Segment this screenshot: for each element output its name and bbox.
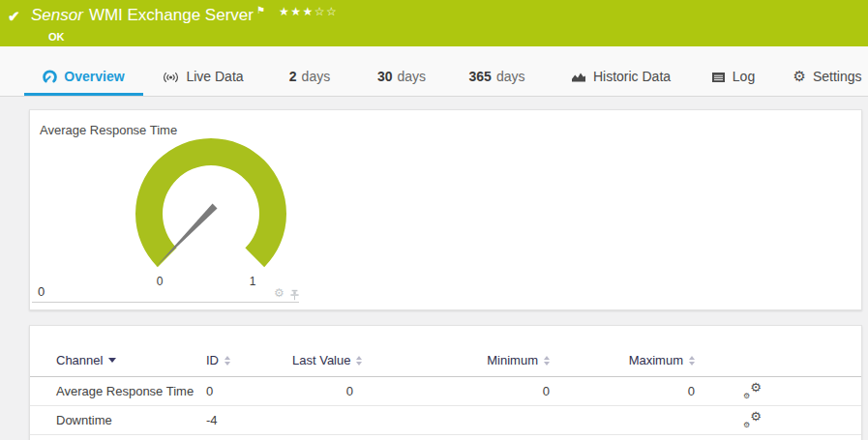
sort-icon xyxy=(689,356,695,366)
tab-log[interactable]: Log xyxy=(704,46,762,96)
tab-30-days[interactable]: 30 days xyxy=(371,46,433,96)
gauge-scale-max-label: 1 xyxy=(245,275,260,288)
gadget-pin-icon[interactable] xyxy=(289,287,300,305)
gadget-settings-gear-icon[interactable]: ⚙ xyxy=(274,287,284,299)
tab-settings[interactable]: ⚙ Settings xyxy=(793,46,861,96)
area-chart-icon xyxy=(571,71,586,83)
log-list-icon xyxy=(711,72,726,83)
content-area: Average Response Time 0 1 0 ⚙ xyxy=(0,97,868,440)
last-value-cell: 0 xyxy=(292,384,389,398)
maximum-cell: 0 xyxy=(550,384,695,398)
response-time-gauge xyxy=(129,137,293,292)
channel-settings-icon[interactable]: ⚙⚙ xyxy=(743,383,762,399)
prtg-sensor-page: ✔ Sensor WMI Exchange Server ⚑ ★★★☆☆ OK … xyxy=(0,0,868,440)
sort-desc-icon xyxy=(108,358,116,363)
sensor-title-block: Sensor WMI Exchange Server ⚑ ★★★☆☆ OK xyxy=(31,6,338,46)
channel-settings-icon[interactable]: ⚙⚙ xyxy=(743,412,762,428)
sort-icon xyxy=(356,356,362,366)
gauge-panel: Average Response Time 0 1 0 ⚙ xyxy=(29,109,862,310)
broadcast-icon xyxy=(163,71,179,84)
tab-365-days[interactable]: 365 days xyxy=(463,46,531,96)
priority-stars[interactable]: ★★★☆☆ xyxy=(279,5,338,18)
gauge-panel-title: Average Response Time xyxy=(40,123,177,137)
channel-name-cell[interactable]: Average Response Time xyxy=(56,384,206,398)
gear-icon: ⚙ xyxy=(793,69,805,83)
col-header-last-value[interactable]: Last Value xyxy=(292,353,389,367)
tab-overview[interactable]: Overview xyxy=(24,46,143,96)
gauge-scale-min-label: 0 xyxy=(152,275,167,288)
col-header-maximum[interactable]: Maximum xyxy=(550,353,695,367)
sort-icon xyxy=(224,356,230,366)
table-row-downtime: Downtime -4 ⚙⚙ xyxy=(30,406,861,435)
sensor-status-header: ✔ Sensor WMI Exchange Server ⚑ ★★★☆☆ OK xyxy=(0,0,868,46)
sensor-type-label: Sensor xyxy=(31,6,83,25)
gauge-axis-corner-label: 0 xyxy=(38,284,45,299)
channels-table-header: Channel ID Last Value Minimum Maximum xyxy=(30,344,861,377)
col-header-channel[interactable]: Channel xyxy=(56,353,206,367)
id-cell: 0 xyxy=(206,384,292,398)
id-cell: -4 xyxy=(206,413,292,427)
col-header-minimum[interactable]: Minimum xyxy=(389,353,550,367)
channel-name-cell[interactable]: Downtime xyxy=(56,413,206,427)
col-header-id[interactable]: ID xyxy=(206,353,292,367)
tab-historic-data[interactable]: Historic Data xyxy=(564,46,677,96)
sensor-title: WMI Exchange Server xyxy=(89,6,254,25)
gauge-arc xyxy=(135,138,286,267)
tab-2-days[interactable]: 2 days xyxy=(281,46,339,96)
tab-bar: Overview Live Data 2 days 30 days 365 da… xyxy=(0,46,868,97)
minimum-cell: 0 xyxy=(389,384,550,398)
channels-panel: Channel ID Last Value Minimum Maximum xyxy=(29,325,862,440)
table-row-average-response-time: Average Response Time 0 0 0 0 ⚙⚙ xyxy=(30,377,861,406)
gauge-icon xyxy=(43,70,57,84)
gauge-baseline xyxy=(32,302,299,303)
favorite-flag-icon[interactable]: ⚑ xyxy=(256,5,265,15)
tab-live-data[interactable]: Live Data xyxy=(155,46,252,96)
sensor-status-text: OK xyxy=(48,31,338,43)
status-check-icon: ✔ xyxy=(8,6,31,46)
